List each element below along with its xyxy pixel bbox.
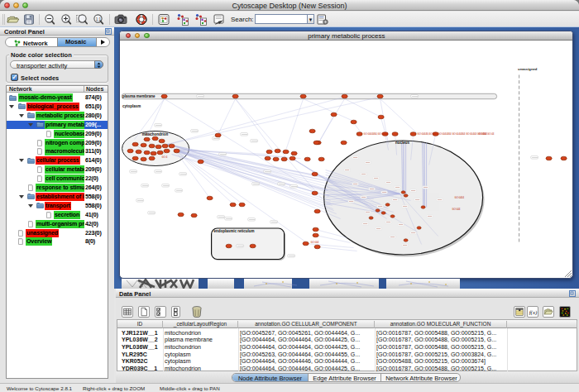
svg-text:unassigned: unassigned [518, 67, 538, 71]
svg-text:GO:004: GO:004 [479, 132, 487, 136]
svg-text:GO:0044464,GO:00446: GO:0044464,GO:00446 [364, 132, 389, 136]
svg-text:GO:0444: GO:0444 [455, 195, 465, 198]
svg-text:GO:4: GO:4 [162, 155, 168, 158]
svg-text:mitochondrion: mitochondrion [142, 131, 169, 136]
svg-text:plasma membrane: plasma membrane [122, 93, 156, 98]
svg-text:endoplasmic reticulum: endoplasmic reticulum [214, 229, 255, 233]
svg-text:GO:044: GO:044 [452, 207, 461, 210]
svg-text:cytoplasm: cytoplasm [122, 104, 141, 108]
svg-text:GO:00446,GO:004: GO:00446,GO:004 [418, 132, 438, 136]
svg-text:nucleus: nucleus [395, 141, 410, 145]
svg-text:f(x): f(x) [529, 309, 538, 316]
svg-text:GO:004: GO:004 [311, 240, 319, 243]
